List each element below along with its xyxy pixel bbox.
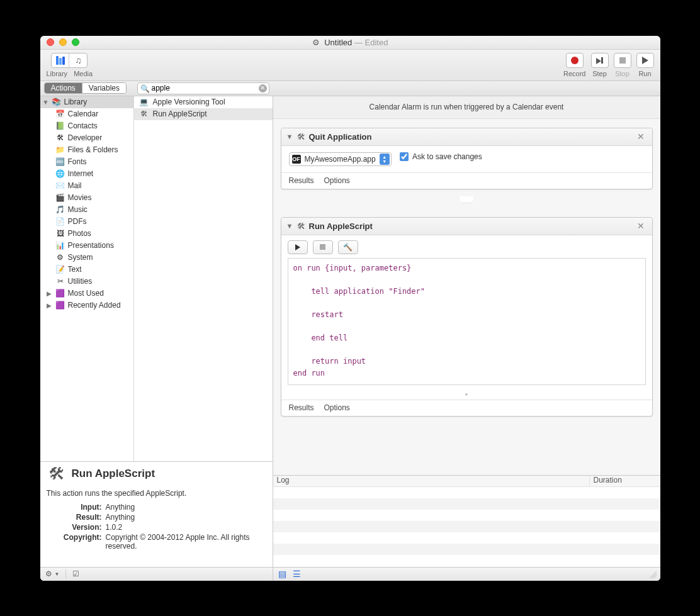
ask-save-changes-checkbox[interactable]: Ask to save changes: [400, 152, 482, 161]
search-input[interactable]: [137, 82, 269, 94]
resize-handle[interactable]: ●: [281, 391, 652, 400]
tree-item-label: Files & Folders: [68, 145, 118, 154]
stop-button[interactable]: [614, 53, 631, 68]
ask-save-changes-input[interactable]: [400, 152, 409, 161]
tree-item[interactable]: 🎬Movies: [40, 192, 133, 204]
tree-item[interactable]: ▶🟪Most Used: [40, 288, 133, 300]
clear-search-button[interactable]: ✕: [259, 84, 267, 92]
duration-column-header[interactable]: Duration: [590, 476, 660, 486]
info-value: Anything: [106, 513, 266, 522]
tree-item-label: Music: [68, 205, 88, 214]
results-button[interactable]: Results: [289, 403, 314, 412]
category-icon: 📗: [55, 121, 65, 130]
tree-item[interactable]: ▶🟪Recently Added: [40, 300, 133, 311]
compile-script-button[interactable]: 🔨: [338, 240, 358, 254]
tree-item[interactable]: ⚙System: [40, 252, 133, 264]
chevron-right-icon: ▶: [47, 302, 53, 309]
tree-item-label: Utilities: [68, 277, 93, 286]
view-list-button[interactable]: ▤: [278, 569, 286, 579]
tab-variables[interactable]: Variables: [82, 83, 126, 93]
left-pane: ▼📚Library📅Calendar📗Contacts🛠Developer📁Fi…: [40, 96, 273, 581]
chevron-down-icon: ▼: [55, 571, 60, 577]
subtoolbar: Actions Variables 🔍 ✕: [40, 81, 660, 96]
tree-root-label: Library: [64, 98, 88, 106]
stop-script-button[interactable]: [313, 240, 333, 254]
category-icon: 📁: [55, 145, 65, 154]
category-icon: 🖼: [55, 229, 65, 238]
tree-item[interactable]: 🖼Photos: [40, 228, 133, 240]
application-dropdown[interactable]: OF MyAwesomeApp.app ▲▼: [289, 152, 392, 166]
gear-menu-button[interactable]: ⚙: [45, 569, 52, 578]
info-key: Copyright:: [47, 533, 106, 551]
remove-action-button[interactable]: ✕: [635, 132, 647, 142]
tree-root[interactable]: ▼📚Library: [40, 96, 133, 108]
right-pane: Calendar Alarm is run when triggered by …: [273, 96, 660, 581]
view-flow-button[interactable]: ☰: [293, 569, 301, 579]
tree-item[interactable]: 📅Calendar: [40, 108, 133, 120]
library-media-segment: ♫: [51, 53, 88, 68]
tree-item[interactable]: ✉️Mail: [40, 180, 133, 192]
action-label: Run AppleScript: [153, 109, 207, 118]
tree-item-label: Internet: [68, 169, 94, 178]
tab-actions[interactable]: Actions: [45, 83, 82, 93]
action-list-item[interactable]: 🛠Run AppleScript: [134, 108, 273, 120]
action-run-applescript[interactable]: ▼ 🛠 Run AppleScript ✕ 🔨 on run {input, p…: [281, 217, 653, 417]
disclosure-triangle-icon[interactable]: ▼: [286, 133, 294, 140]
resize-grip[interactable]: [648, 569, 657, 578]
tree-item[interactable]: 🛠Developer: [40, 132, 133, 144]
toggle-library-button[interactable]: [52, 53, 69, 67]
options-button[interactable]: Options: [324, 176, 350, 185]
step-label: Step: [592, 70, 607, 77]
library-tree[interactable]: ▼📚Library📅Calendar📗Contacts🛠Developer📁Fi…: [40, 96, 134, 461]
tree-item[interactable]: 📄PDFs: [40, 216, 133, 228]
record-button[interactable]: [566, 53, 584, 68]
category-icon: 📝: [55, 265, 65, 274]
workflow-area[interactable]: ▼ 🛠 Quit Application ✕ OF MyAwesomeApp.a…: [273, 119, 660, 475]
disclosure-triangle-icon[interactable]: ▼: [286, 222, 294, 230]
action-list-item[interactable]: 💻Apple Versioning Tool: [134, 96, 273, 108]
step-button[interactable]: [591, 53, 609, 68]
category-icon: 🎵: [55, 205, 65, 214]
media-label: Media: [74, 70, 93, 77]
remove-action-button[interactable]: ✕: [635, 221, 647, 231]
action-icon: 🛠: [139, 109, 149, 118]
info-key: Version:: [47, 523, 106, 532]
run-label: Run: [638, 70, 651, 77]
tree-item[interactable]: 📝Text: [40, 264, 133, 276]
category-icon: ✉️: [55, 181, 65, 190]
actions-variables-segment: Actions Variables: [44, 82, 127, 94]
tree-item[interactable]: 📊Presentations: [40, 240, 133, 252]
tree-item-label: Mail: [68, 181, 82, 190]
log-column-header[interactable]: Log: [273, 476, 590, 486]
tree-item[interactable]: ✂Utilities: [40, 276, 133, 288]
script-editor[interactable]: on run {input, parameters} tell applicat…: [288, 258, 646, 385]
utilities-icon: 🛠: [296, 221, 307, 231]
action-search: 🔍 ✕: [137, 82, 269, 94]
log-panel: Log Duration: [273, 475, 660, 567]
action-quit-application[interactable]: ▼ 🛠 Quit Application ✕ OF MyAwesomeApp.a…: [281, 128, 653, 189]
tree-item[interactable]: 📁Files & Folders: [40, 144, 133, 156]
smart-folder-icon: 🟪: [55, 289, 65, 298]
tree-item[interactable]: 🎵Music: [40, 204, 133, 216]
search-icon: 🔍: [140, 84, 150, 93]
step-icon: [596, 57, 604, 64]
run-button[interactable]: [636, 53, 654, 68]
run-script-button[interactable]: [288, 240, 308, 254]
tree-item-label: Movies: [68, 193, 92, 202]
options-button[interactable]: Options: [324, 403, 350, 412]
tree-item[interactable]: 🔤Fonts: [40, 156, 133, 168]
results-button[interactable]: Results: [289, 176, 314, 185]
main-split: ▼📚Library📅Calendar📗Contacts🛠Developer📁Fi…: [40, 96, 660, 581]
library-icon: 📚: [52, 98, 62, 106]
view-toggle-button[interactable]: ☑: [72, 569, 79, 578]
category-icon: 🛠: [55, 133, 65, 142]
action-list[interactable]: 💻Apple Versioning Tool🛠Run AppleScript: [134, 96, 273, 461]
category-icon: 🔤: [55, 157, 65, 166]
tree-item[interactable]: 📗Contacts: [40, 120, 133, 132]
toggle-media-button[interactable]: ♫: [69, 53, 87, 67]
left-statusbar: ⚙ ▼ ☑: [40, 567, 273, 581]
utilities-icon: 🛠: [296, 132, 307, 142]
stop-label: Stop: [615, 70, 629, 77]
tree-item[interactable]: 🌐Internet: [40, 168, 133, 180]
document-icon: ⚙: [312, 38, 320, 47]
